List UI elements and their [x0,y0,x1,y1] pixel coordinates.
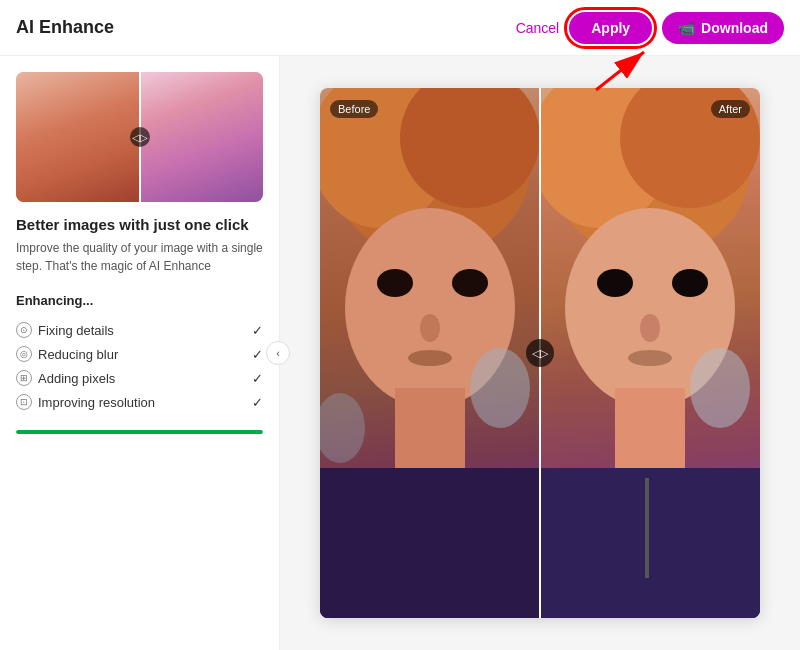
fixing-details-icon: ⊙ [16,322,32,338]
step-left: ⊡ Improving resolution [16,394,155,410]
download-button[interactable]: 📹 Download [662,12,784,44]
svg-point-20 [597,269,633,297]
list-item: ⊡ Improving resolution ✓ [16,390,263,414]
svg-rect-27 [540,468,760,618]
svg-point-23 [628,350,672,366]
before-label: Before [330,100,378,118]
improving-res-icon: ⊡ [16,394,32,410]
svg-point-9 [408,350,452,366]
progress-bar-fill [16,430,263,434]
svg-rect-13 [320,468,540,618]
check-icon: ✓ [252,371,263,386]
enhancing-title: Enhancing... [16,293,263,308]
progress-bar-container [16,430,263,434]
apply-button[interactable]: Apply [569,12,652,44]
sidebar-description: Improve the quality of your image with a… [16,239,263,275]
page-title: AI Enhance [16,17,114,38]
svg-point-14 [470,348,530,428]
cancel-button[interactable]: Cancel [516,20,560,36]
main-content: ‹ [280,56,800,650]
step-label: Improving resolution [38,395,155,410]
after-label: After [711,100,750,118]
check-icon: ✓ [252,323,263,338]
sidebar: ◁▷ Better images with just one click Imp… [0,56,280,650]
svg-rect-10 [395,388,465,468]
check-icon: ✓ [252,347,263,362]
list-item: ⊞ Adding pixels ✓ [16,366,263,390]
svg-rect-28 [645,478,649,578]
preview-thumbnail: ◁▷ [16,72,263,202]
step-label: Adding pixels [38,371,115,386]
thumbnail-inner: ◁▷ [16,72,263,202]
app-header: AI Enhance Cancel Apply 📹 Download [0,0,800,56]
sidebar-heading: Better images with just one click [16,216,263,233]
adding-pixels-icon: ⊞ [16,370,32,386]
collapse-sidebar-button[interactable]: ‹ [266,341,290,365]
compare-handle[interactable]: ◁▷ [526,339,554,367]
download-label: Download [701,20,768,36]
svg-point-15 [320,393,365,463]
svg-point-8 [420,314,440,342]
reducing-blur-icon: ◎ [16,346,32,362]
svg-point-7 [452,269,488,297]
step-left: ⊙ Fixing details [16,322,114,338]
svg-point-21 [672,269,708,297]
main-layout: ◁▷ Better images with just one click Imp… [0,56,800,650]
list-item: ⊙ Fixing details ✓ [16,318,263,342]
svg-point-22 [640,314,660,342]
step-label: Reducing blur [38,347,118,362]
header-actions: Cancel Apply 📹 Download [516,12,784,44]
step-label: Fixing details [38,323,114,338]
download-icon: 📹 [678,20,695,36]
thumb-after [140,72,264,202]
step-left: ⊞ Adding pixels [16,370,115,386]
compare-container: Before After ◁▷ [320,88,760,618]
thumb-handle[interactable]: ◁▷ [130,127,150,147]
step-left: ◎ Reducing blur [16,346,118,362]
list-item: ◎ Reducing blur ✓ [16,342,263,366]
step-list: ⊙ Fixing details ✓ ◎ Reducing blur ✓ ⊞ A… [16,318,263,414]
thumb-before [16,72,140,202]
compare-after [540,88,760,618]
handle-icon: ◁▷ [532,347,548,360]
check-icon: ✓ [252,395,263,410]
svg-point-6 [377,269,413,297]
svg-rect-24 [615,388,685,468]
compare-before [320,88,540,618]
svg-point-29 [690,348,750,428]
